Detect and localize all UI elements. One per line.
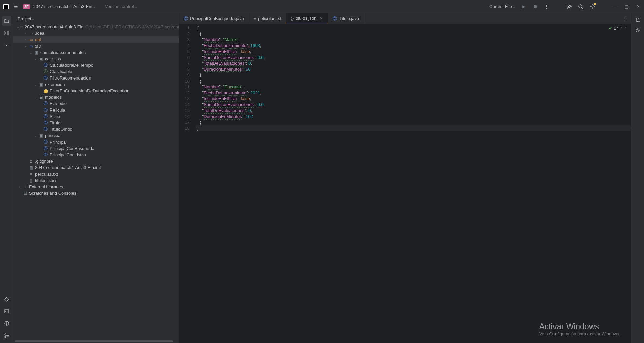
close-icon[interactable]: ✕ — [635, 3, 641, 10]
tree-external-libraries[interactable]: ›⫴External Libraries — [13, 184, 179, 190]
chevron-down-icon: ⌄ — [93, 5, 96, 9]
main-menu-icon[interactable]: ☰ — [13, 3, 20, 10]
ai-assistant-icon[interactable] — [634, 27, 641, 34]
line-number: 3 — [179, 37, 196, 43]
structure-tool-icon[interactable] — [2, 28, 11, 38]
code-content[interactable]: [ { "Nombre": "Matrix", "FechaDeLanzamie… — [196, 24, 631, 343]
expand-icon[interactable]: › — [23, 38, 28, 41]
tree-file-iml[interactable]: ▦2047-screenmatch4-Aula3-Fin.iml — [13, 164, 179, 171]
code-line: "IncluidoEnElPlan": false, — [196, 96, 631, 102]
code-line: "SumaDeLasEvaluaciones": 0.0, — [196, 55, 631, 61]
class-icon: Ⓒ — [184, 15, 188, 22]
expand-icon[interactable]: › — [23, 32, 28, 35]
services-icon[interactable] — [2, 294, 11, 304]
expand-icon[interactable]: ⌄ — [28, 51, 34, 54]
tree-class[interactable]: ⒸSerie — [13, 113, 179, 120]
tree-class[interactable]: ⒸCalculadoraDeTiempo — [13, 62, 179, 68]
tree-class[interactable]: ⒸPrincipal — [13, 139, 179, 145]
tree-folder-src[interactable]: ⌄▭src — [13, 43, 179, 49]
tree-class[interactable]: ⒸPrincipalConListas — [13, 152, 179, 158]
tab-label: Titulo.java — [339, 16, 359, 21]
tab-titulo[interactable]: ⒸTitulo.java — [328, 13, 364, 23]
tree-package[interactable]: ⌄▣com.alura.screenmatch — [13, 49, 179, 56]
next-highlight-icon[interactable]: ˅ — [624, 26, 627, 30]
scrollbar-thumb[interactable] — [15, 340, 173, 342]
tree-label: Clasificable — [50, 69, 72, 74]
tree-label: TituloOmdb — [50, 127, 72, 132]
class-icon: Ⓒ — [333, 15, 337, 22]
tree-package-principal[interactable]: ⌄▣principal — [13, 132, 179, 139]
class-run-icon: Ⓒ — [43, 152, 48, 158]
terminal-icon[interactable] — [2, 307, 11, 316]
editor-body[interactable]: ✔17 ˄˅ 123456789101112131415161718 [ { "… — [179, 24, 631, 343]
svg-point-21 — [637, 30, 638, 31]
tab-titulos[interactable]: {}titulos.json✕ — [286, 13, 328, 23]
expand-icon[interactable]: ⌄ — [33, 96, 38, 99]
prev-highlight-icon[interactable]: ˄ — [620, 26, 623, 30]
expand-icon[interactable]: ⌄ — [17, 25, 20, 29]
notifications-icon[interactable] — [634, 16, 641, 23]
more-icon[interactable]: ⋮ — [543, 3, 550, 10]
tab-peliculas[interactable]: ≡peliculas.txt — [249, 13, 286, 23]
tree-folder-out[interactable]: ›▭out — [13, 36, 179, 43]
code-line: "TotalDeEvaluaciones": 0, — [196, 107, 631, 114]
expand-icon[interactable]: ⌄ — [23, 44, 28, 48]
title-bar: ☰ 2F 2047-screenmatch4-Aula3-Fin⌄ Versio… — [0, 0, 644, 13]
file-icon: ▦ — [28, 165, 34, 170]
expand-icon[interactable]: ⌄ — [33, 134, 38, 137]
tab-principal-con-busqueda[interactable]: ⒸPrincipalConBusqueda.java — [179, 13, 249, 23]
tree-file-txt[interactable]: ≡peliculas.txt — [13, 171, 179, 177]
tree-package-calculos[interactable]: ⌄▣calculos — [13, 56, 179, 62]
minimize-icon[interactable]: — — [612, 3, 618, 10]
tree-scratches[interactable]: ▤Scratches and Consoles — [13, 190, 179, 196]
debug-icon[interactable]: ⬢ — [532, 3, 538, 10]
run-config[interactable]: Current File⌄ — [489, 4, 515, 9]
svg-line-6 — [582, 8, 583, 9]
tree-label: titulos.json — [35, 178, 56, 183]
horizontal-scrollbar[interactable] — [13, 340, 179, 343]
package-icon: ▣ — [38, 82, 44, 87]
tree-package-excepcion[interactable]: ⌄▣excepcion — [13, 81, 179, 88]
tree-class[interactable]: ⬤ErrorEnConversionDeDuracionException — [13, 88, 179, 94]
run-icon[interactable]: ▶ — [520, 3, 527, 10]
tree-class[interactable]: ⒸPrincipalConBusqueda — [13, 145, 179, 152]
tree-package-modelos[interactable]: ⌄▣modelos — [13, 94, 179, 100]
interface-icon: Ⓘ — [43, 69, 48, 74]
tree-label: modelos — [45, 95, 62, 100]
settings-icon[interactable] — [589, 3, 596, 10]
more-tool-icon[interactable]: ⋯ — [2, 40, 11, 50]
vcs-icon[interactable] — [2, 331, 11, 340]
collab-icon[interactable] — [566, 3, 573, 10]
tree-root[interactable]: ⌄▭2047-screenmatch4-Aula3-FinC:\Users\DE… — [13, 24, 179, 30]
tree-class[interactable]: ⒸEpisodio — [13, 100, 179, 107]
tree-file-gitignore[interactable]: ⊘.gitignore — [13, 158, 179, 164]
expand-icon[interactable]: ⌄ — [33, 57, 38, 61]
project-tool-icon[interactable] — [2, 16, 11, 26]
inspection-widget[interactable]: ✔17 ˄˅ — [609, 26, 627, 31]
project-selector[interactable]: 2047-screenmatch4-Aula3-Fin⌄ — [33, 4, 96, 9]
expand-icon[interactable]: › — [17, 185, 22, 189]
app-icon[interactable] — [3, 3, 9, 10]
tree-interface[interactable]: ⒾClasificable — [13, 68, 179, 75]
tree-label: Titulo — [50, 120, 60, 125]
tree-class[interactable]: ⒸFiltroRecomendacion — [13, 75, 179, 81]
project-name: 2047-screenmatch4-Aula3-Fin — [33, 4, 92, 9]
version-control[interactable]: Version control⌄ — [105, 4, 137, 9]
svg-rect-8 — [5, 31, 6, 32]
tree-file-json[interactable]: {}titulos.json — [13, 177, 179, 184]
close-tab-icon[interactable]: ✕ — [320, 16, 323, 21]
problems-icon[interactable] — [2, 319, 11, 328]
tree-class[interactable]: ⒸPelicula — [13, 107, 179, 113]
tree-class[interactable]: ⒸTitulo — [13, 120, 179, 126]
search-icon[interactable] — [577, 3, 584, 10]
expand-icon[interactable]: ⌄ — [33, 83, 38, 86]
tree-folder-idea[interactable]: ›▭.idea — [13, 30, 179, 36]
sidebar-header[interactable]: Project⌄ — [13, 13, 179, 24]
scratch-icon: ▤ — [22, 191, 28, 196]
sidebar-title: Project — [17, 16, 31, 21]
maximize-icon[interactable]: ▢ — [623, 3, 630, 10]
library-icon: ⫴ — [22, 184, 28, 190]
line-number: 18 — [179, 125, 196, 131]
tab-actions[interactable]: ⋮ — [619, 13, 631, 23]
tree-class[interactable]: ⒸTituloOmdb — [13, 126, 179, 132]
